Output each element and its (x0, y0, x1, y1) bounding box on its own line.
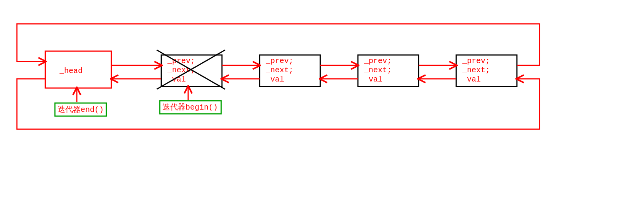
node4-next: _next; (462, 66, 490, 75)
node-1: _prev; _next; _val (157, 50, 225, 89)
iterator-begin-text: 迭代器begin() (162, 103, 218, 112)
node2-val: _val (265, 75, 284, 84)
head-label: _head (59, 67, 83, 75)
iterator-end-text: 迭代器end() (58, 105, 104, 114)
node-2: _prev; _next; _val (260, 55, 320, 87)
node1-val: _val (167, 75, 186, 84)
node4-prev: _prev; (462, 57, 490, 65)
linked-list-diagram: _head _prev; _next; _val _prev; _next; _… (0, 0, 644, 213)
node3-val: _val (364, 75, 382, 84)
iterator-begin-label-group: 迭代器begin() (160, 87, 221, 114)
head-node: _head (45, 51, 111, 88)
node2-prev: _prev; (265, 57, 293, 65)
node3-prev: _prev; (364, 57, 392, 65)
node-4: _prev; _next; _val (456, 55, 517, 87)
node3-next: _next; (364, 66, 392, 75)
iterator-end-label-group: 迭代器end() (55, 88, 106, 116)
node4-val: _val (462, 75, 481, 84)
node-3: _prev; _next; _val (358, 55, 419, 87)
node2-next: _next; (265, 66, 293, 75)
